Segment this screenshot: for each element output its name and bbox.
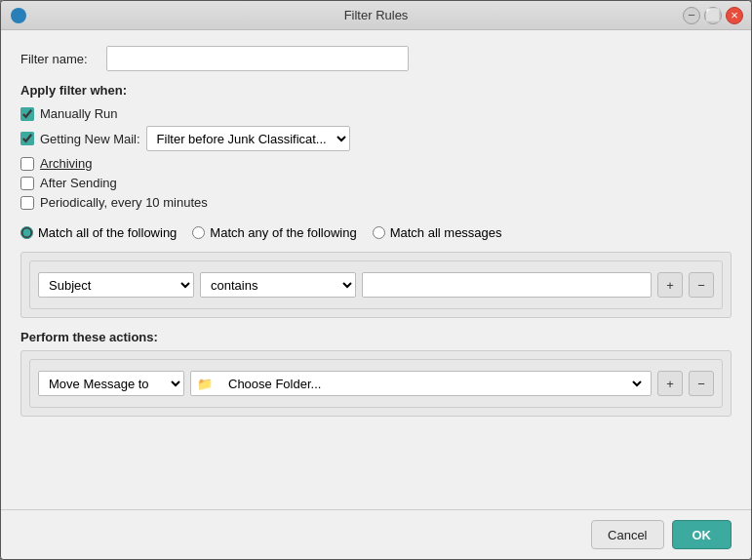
remove-action-button[interactable]: −	[689, 371, 714, 396]
add-condition-button[interactable]: +	[657, 272, 683, 298]
filter-name-label: Filter name:	[20, 52, 99, 66]
remove-action-minus-icon: −	[697, 378, 705, 390]
archiving-checkbox[interactable]	[20, 157, 34, 171]
match-any-row: Match any of the following	[192, 225, 356, 240]
condition-operator-select[interactable]: contains doesn't contain is isn't begins…	[200, 272, 356, 298]
apply-filter-section: Apply filter when: Manually Run Getting …	[20, 83, 732, 210]
apply-filter-label: Apply filter when:	[20, 83, 732, 98]
restore-icon: ⬜	[705, 8, 721, 22]
remove-condition-button[interactable]: −	[689, 272, 714, 298]
match-any-radio[interactable]	[192, 226, 205, 239]
match-all-label: Match all of the following	[38, 225, 177, 240]
filter-rules-window: Filter Rules − ⬜ × Filter name: Apply fi…	[0, 0, 752, 560]
filter-name-input[interactable]	[106, 46, 409, 71]
folder-select[interactable]: Choose Folder...	[218, 372, 645, 395]
match-any-label: Match any of the following	[210, 225, 356, 240]
condition-field-select[interactable]: Subject From To CC Body Date	[38, 272, 194, 298]
actions-area: Move Message to Copy Message to Delete M…	[20, 350, 732, 417]
junk-classification-select[interactable]: Filter before Junk Classificat... Filter…	[146, 126, 350, 151]
after-sending-checkbox[interactable]	[20, 177, 34, 190]
match-all-messages-radio[interactable]	[373, 226, 385, 239]
condition-row: Subject From To CC Body Date contains do…	[29, 260, 723, 309]
minimize-icon: −	[688, 8, 695, 22]
after-sending-row: After Sending	[20, 176, 732, 190]
content-area: Filter name: Apply filter when: Manually…	[1, 30, 751, 509]
match-section: Match all of the following Match any of …	[20, 225, 732, 240]
minus-icon: −	[697, 279, 705, 292]
match-all-row: Match all of the following	[20, 225, 177, 240]
action-row: Move Message to Copy Message to Delete M…	[29, 359, 723, 408]
archiving-row: Archiving	[20, 156, 732, 171]
getting-new-mail-row: Getting New Mail: Filter before Junk Cla…	[20, 126, 732, 151]
window-title: Filter Rules	[344, 8, 409, 22]
actions-section: Perform these actions: Move Message to C…	[20, 330, 732, 417]
action-type-select[interactable]: Move Message to Copy Message to Delete M…	[38, 371, 184, 396]
add-action-plus-icon: +	[666, 378, 674, 390]
manually-run-checkbox[interactable]	[20, 107, 34, 121]
condition-value-input[interactable]	[362, 272, 652, 298]
folder-icon: 📁	[197, 377, 213, 391]
cancel-button[interactable]: Cancel	[591, 520, 663, 549]
close-button[interactable]: ×	[726, 7, 743, 24]
after-sending-label: After Sending	[40, 176, 117, 190]
archiving-label: Archiving	[40, 156, 92, 171]
titlebar: Filter Rules − ⬜ ×	[1, 1, 751, 30]
app-icon	[11, 8, 26, 23]
match-all-messages-row: Match all messages	[373, 225, 502, 240]
getting-new-mail-label: Getting New Mail:	[40, 132, 140, 146]
conditions-area: Subject From To CC Body Date contains do…	[20, 252, 732, 318]
manually-run-label: Manually Run	[40, 106, 118, 121]
ok-button[interactable]: OK	[672, 520, 732, 549]
folder-select-wrapper[interactable]: 📁 Choose Folder...	[190, 371, 652, 396]
manually-run-row: Manually Run	[20, 106, 732, 121]
getting-new-mail-checkbox[interactable]	[20, 132, 34, 145]
periodically-label: Periodically, every 10 minutes	[40, 195, 208, 210]
bottom-bar: Cancel OK	[1, 509, 751, 559]
plus-icon: +	[666, 279, 674, 292]
periodically-checkbox[interactable]	[20, 196, 34, 210]
periodically-row: Periodically, every 10 minutes	[20, 195, 732, 210]
match-all-messages-label: Match all messages	[390, 225, 502, 240]
titlebar-controls: − ⬜ ×	[683, 7, 743, 24]
close-icon: ×	[731, 8, 738, 22]
minimize-button[interactable]: −	[683, 7, 700, 24]
add-action-button[interactable]: +	[657, 371, 683, 396]
filter-name-row: Filter name:	[20, 46, 732, 71]
match-all-radio[interactable]	[20, 226, 33, 239]
actions-label: Perform these actions:	[20, 330, 732, 344]
restore-button[interactable]: ⬜	[704, 7, 722, 24]
